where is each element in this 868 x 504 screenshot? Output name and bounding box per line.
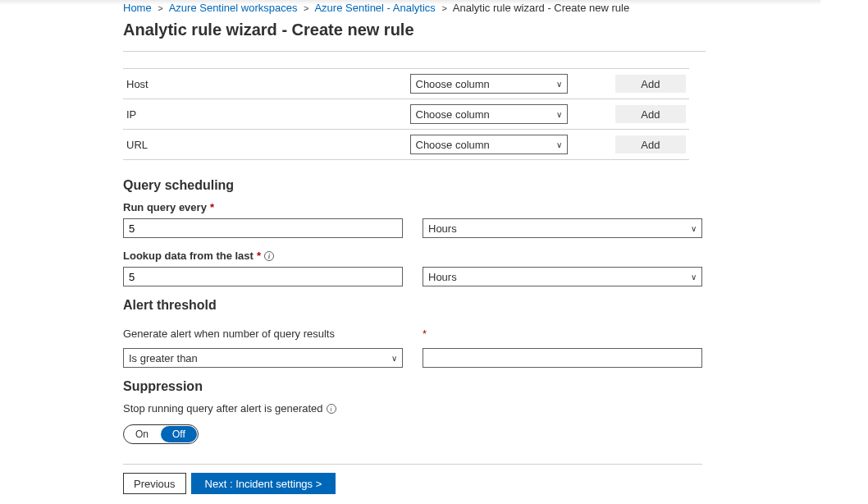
info-icon[interactable]: i [327,404,336,414]
ip-column-select[interactable]: Choose column ∨ [410,104,568,124]
breadcrumb-analytics[interactable]: Azure Sentinel - Analytics [314,2,435,14]
required-asterisk: * [210,201,214,213]
entity-mapping-table: Host Choose column ∨ Add IP Choose colum… [123,68,689,160]
run-query-unit-select[interactable]: Hours ∨ [423,218,702,238]
map-label-ip: IP [123,99,407,130]
breadcrumb-sep: > [438,3,450,13]
select-value: Hours [428,271,457,283]
select-placeholder: Choose column [416,139,490,151]
toggle-off-label: Off [161,426,197,442]
select-placeholder: Choose column [416,78,490,90]
next-button[interactable]: Next : Incident settings > [191,473,336,494]
table-row: IP Choose column ∨ Add [123,99,689,130]
breadcrumb-current: Analytic rule wizard - Create new rule [453,2,629,14]
section-alert-threshold: Alert threshold [123,298,820,313]
info-icon[interactable]: i [264,251,274,261]
select-value: Is greater than [129,352,198,364]
lookup-value-input[interactable] [123,267,403,286]
threshold-label: Generate alert when number of query resu… [123,328,403,340]
run-query-value-input[interactable] [123,218,403,238]
add-ip-button[interactable]: Add [615,105,686,123]
suppression-label: Stop running query after alert is genera… [123,402,820,415]
chevron-down-icon: ∨ [556,140,562,149]
required-asterisk: * [423,328,427,340]
chevron-down-icon: ∨ [556,80,562,89]
chevron-down-icon: ∨ [691,273,697,282]
chevron-down-icon: ∨ [556,110,562,119]
add-url-button[interactable]: Add [615,135,686,153]
map-label-host: Host [123,69,407,99]
breadcrumb: Home > Azure Sentinel workspaces > Azure… [123,0,820,17]
threshold-value-label: * [423,328,702,340]
breadcrumb-workspaces[interactable]: Azure Sentinel workspaces [169,2,298,14]
breadcrumb-sep: > [154,3,166,13]
select-placeholder: Choose column [416,108,490,121]
threshold-operator-select[interactable]: Is greater than ∨ [123,348,403,368]
page-title: Analytic rule wizard - Create new rule [123,21,820,39]
breadcrumb-sep: > [300,3,312,13]
select-value: Hours [428,222,457,235]
section-suppression: Suppression [123,379,820,394]
breadcrumb-home[interactable]: Home [123,2,152,14]
lookup-data-label: Lookup data from the last * i [123,250,820,262]
chevron-down-icon: ∨ [391,354,397,363]
toggle-on-label: On [124,428,160,440]
table-row: URL Choose column ∨ Add [123,130,689,160]
host-column-select[interactable]: Choose column ∨ [410,74,568,94]
threshold-value-input[interactable] [423,348,702,368]
suppression-toggle[interactable]: On Off [123,424,199,444]
required-asterisk: * [257,250,261,262]
previous-button[interactable]: Previous [123,473,186,494]
add-host-button[interactable]: Add [615,75,686,93]
section-query-scheduling: Query scheduling [123,178,820,193]
wizard-footer: Previous Next : Incident settings > [123,464,702,494]
chevron-down-icon: ∨ [691,224,697,233]
table-row: Host Choose column ∨ Add [123,69,689,99]
lookup-unit-select[interactable]: Hours ∨ [423,267,702,286]
url-column-select[interactable]: Choose column ∨ [410,135,568,154]
map-label-url: URL [123,130,407,160]
run-query-label: Run query every * [123,201,820,213]
divider [123,51,706,52]
